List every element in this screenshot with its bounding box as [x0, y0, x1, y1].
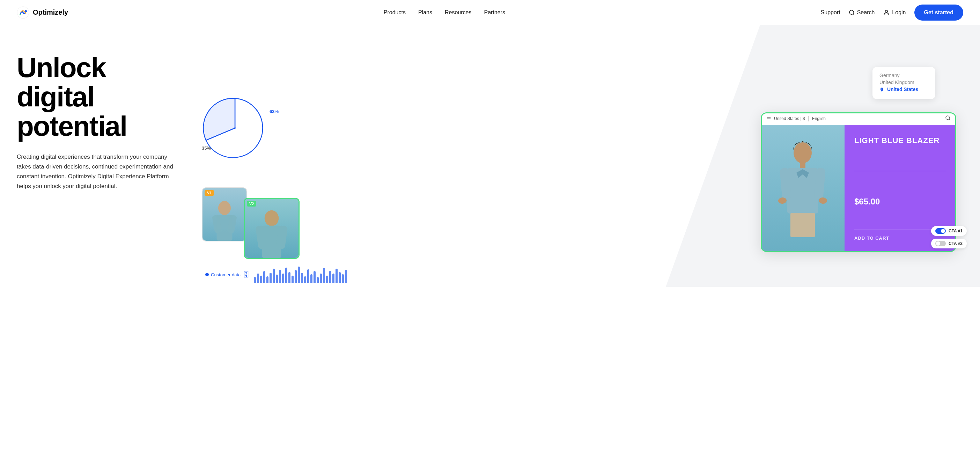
pie-chart: 63% 35% [202, 95, 272, 165]
svg-point-2 [19, 14, 21, 15]
hero-title-line1: Unlock [17, 52, 106, 83]
store-topbar: United States | $ | English [761, 113, 956, 125]
hero-section: Unlock digital potential Creating digita… [0, 25, 980, 290]
brand-name: Optimizely [33, 8, 68, 16]
svg-rect-21 [800, 162, 805, 168]
data-bars [254, 266, 347, 283]
store-search-icon [945, 115, 951, 121]
product-figure [761, 125, 845, 252]
nav-resources[interactable]: Resources [445, 10, 471, 15]
bar-10 [282, 274, 284, 283]
bar-26 [332, 274, 334, 283]
bar-30 [345, 270, 347, 283]
cta2-toggle[interactable] [935, 241, 946, 246]
database-icon: 🗄 [243, 271, 250, 279]
svg-point-18 [946, 116, 950, 120]
nav-support[interactable]: Support [821, 10, 840, 16]
bar-3 [260, 276, 262, 283]
bar-23 [323, 268, 325, 283]
product-card-v2: V2 [244, 198, 299, 259]
cta2-label: CTA #2 [948, 241, 963, 246]
nav-links: Products Plans Resources Partners [384, 10, 505, 16]
store-language: English [812, 116, 826, 121]
product-price: $65.00 [854, 197, 947, 206]
get-started-button[interactable]: Get started [914, 5, 963, 21]
bar-15 [298, 266, 300, 283]
hero-title-line3: potential [17, 111, 127, 142]
svg-point-1 [25, 10, 27, 12]
svg-point-3 [850, 10, 854, 14]
bar-12 [288, 272, 291, 283]
hero-left: Unlock digital potential Creating digita… [17, 46, 177, 191]
product-card-v1: V1 [202, 187, 247, 241]
v1-badge: V1 [205, 190, 214, 196]
store-country: United States | $ [774, 116, 805, 121]
bar-25 [329, 271, 331, 283]
cta1-label: CTA #1 [948, 228, 963, 233]
product-page-content: LIGHT BLUE BLAZER $65.00 ADD TO CART [761, 125, 956, 252]
bar-11 [285, 268, 287, 283]
fashion-figure-svg [775, 140, 830, 237]
location-uk: United Kingdom [880, 79, 928, 85]
bar-27 [336, 269, 337, 283]
svg-rect-22 [787, 168, 818, 214]
nav-products[interactable]: Products [384, 10, 406, 15]
login-label: Login [892, 10, 906, 16]
bar-9 [279, 270, 281, 283]
bar-5 [266, 276, 269, 283]
optimizely-logo-icon [17, 6, 29, 19]
svg-point-6 [234, 127, 235, 129]
cta-2-item: CTA #2 [931, 239, 967, 248]
hero-title: Unlock digital potential [17, 53, 177, 141]
brand-logo[interactable]: Optimizely [17, 6, 68, 19]
bar-8 [276, 274, 278, 283]
search-label: Search [857, 10, 875, 16]
cta1-toggle[interactable] [935, 228, 946, 234]
bar-22 [320, 274, 322, 283]
svg-line-19 [949, 119, 950, 120]
hero-illustration: Germany United Kingdom United States 63%… [191, 46, 963, 290]
product-name: LIGHT BLUE BLAZER [854, 136, 947, 145]
nav-login[interactable]: Login [883, 9, 906, 16]
svg-point-7 [218, 201, 231, 215]
bar-4 [263, 271, 265, 283]
cta-1-item: CTA #1 [931, 226, 967, 236]
hero-subtitle: Creating digital experiences that transf… [17, 152, 177, 191]
bar-18 [307, 270, 309, 283]
bar-24 [326, 276, 328, 283]
svg-rect-27 [791, 213, 815, 237]
pie-label-63: 63% [269, 109, 278, 114]
bar-14 [295, 270, 297, 283]
bar-28 [339, 272, 341, 283]
product-image-area [761, 125, 845, 252]
pin-icon [880, 87, 885, 92]
search-icon [849, 10, 855, 16]
data-section: Customer data 🗄 [205, 266, 956, 283]
location-us: United States [880, 87, 928, 92]
svg-point-11 [265, 210, 279, 226]
nav-plans[interactable]: Plans [418, 10, 432, 15]
bar-16 [301, 273, 303, 283]
bar-29 [342, 274, 344, 283]
pie-label-35: 35% [202, 146, 211, 151]
hero-title-line2: digital [17, 81, 94, 113]
nav-search[interactable]: Search [849, 10, 875, 16]
product-page-mockup: United States | $ | English [761, 113, 956, 252]
svg-line-4 [853, 14, 854, 15]
customer-data-label: Customer data 🗄 [205, 271, 250, 279]
nav-partners[interactable]: Partners [484, 10, 505, 15]
user-icon [883, 9, 890, 16]
bar-21 [317, 277, 319, 283]
product-divider [854, 171, 947, 171]
bar-20 [313, 271, 316, 283]
menu-icon [766, 116, 771, 121]
bar-6 [269, 273, 272, 283]
location-germany: Germany [880, 73, 928, 78]
svg-point-20 [794, 142, 812, 163]
svg-point-5 [885, 10, 888, 13]
bar-17 [304, 276, 306, 283]
data-dot [205, 273, 209, 276]
nav-right: Support Search Login Get started [821, 5, 963, 21]
bar-7 [273, 269, 275, 283]
v2-badge: V2 [247, 201, 256, 206]
